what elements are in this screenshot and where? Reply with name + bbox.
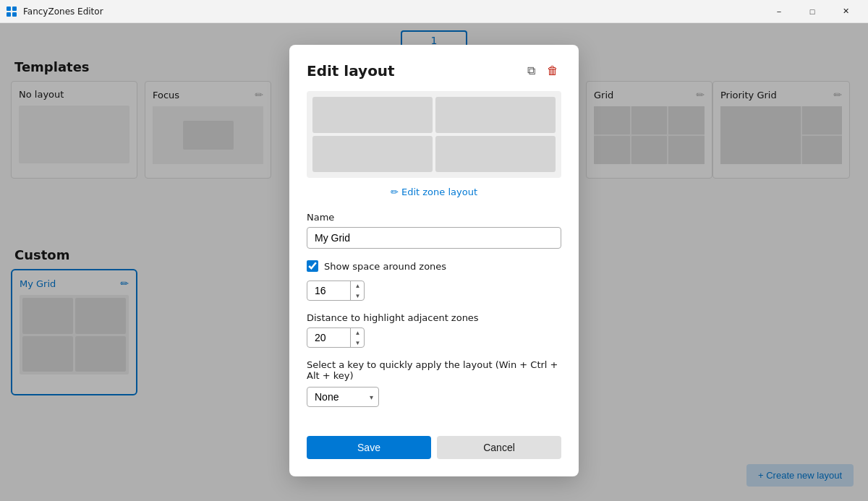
svg-rect-1 — [12, 7, 17, 11]
close-button[interactable]: ✕ — [829, 0, 862, 23]
space-increment-button[interactable]: ▲ — [351, 281, 365, 291]
space-spinner-buttons: ▲ ▼ — [350, 281, 365, 301]
maximize-button[interactable]: □ — [796, 0, 829, 23]
space-value-spinner-wrap: ▲ ▼ — [307, 281, 365, 301]
copy-layout-button[interactable]: ⧉ — [524, 63, 538, 79]
space-decrement-button[interactable]: ▼ — [351, 291, 365, 301]
titlebar-controls: − □ ✕ — [762, 0, 862, 23]
delete-layout-button[interactable]: 🗑 — [544, 63, 561, 79]
app-title: FancyZones Editor — [23, 7, 103, 17]
titlebar: FancyZones Editor − □ ✕ — [0, 0, 868, 23]
dialog-layout-preview — [307, 91, 561, 178]
show-space-checkbox[interactable] — [307, 260, 318, 272]
modal-overlay: Edit layout ⧉ 🗑 ✏ Edit zone layout Name — [0, 23, 868, 501]
dialog-icon-group: ⧉ 🗑 — [524, 63, 561, 79]
name-field-label: Name — [307, 212, 561, 223]
hotkey-select[interactable]: None 0 1 2 — [307, 387, 379, 407]
preview-cell — [435, 97, 556, 133]
dialog-footer: Save Cancel — [307, 436, 561, 459]
titlebar-left: FancyZones Editor — [6, 6, 103, 17]
edit-zone-layout-link[interactable]: ✏ Edit zone layout — [307, 187, 561, 197]
name-input[interactable] — [307, 227, 561, 249]
show-space-label: Show space around zones — [324, 261, 446, 272]
distance-decrement-button[interactable]: ▼ — [351, 338, 365, 348]
preview-cell — [312, 97, 433, 133]
distance-spinner-buttons: ▲ ▼ — [350, 327, 365, 348]
preview-cell — [312, 136, 433, 172]
svg-rect-0 — [7, 7, 11, 11]
dialog-title-text: Edit layout — [307, 62, 395, 80]
svg-rect-2 — [7, 12, 11, 17]
app-icon — [6, 6, 17, 17]
minimize-button[interactable]: − — [762, 0, 796, 23]
distance-value-spinner-wrap: ▲ ▼ — [307, 327, 365, 348]
hotkey-select-wrap: None 0 1 2 ▾ — [307, 387, 379, 407]
distance-field-label: Distance to highlight adjacent zones — [307, 312, 561, 323]
save-button[interactable]: Save — [307, 436, 431, 459]
main-content: 1 Templates No layout Focus ✏ Grid ✏ — [0, 23, 868, 501]
cancel-button[interactable]: Cancel — [437, 436, 561, 459]
dialog-title-bar: Edit layout ⧉ 🗑 — [307, 62, 561, 80]
show-space-checkbox-row: Show space around zones — [307, 260, 561, 272]
edit-layout-dialog: Edit layout ⧉ 🗑 ✏ Edit zone layout Name — [289, 45, 579, 476]
distance-increment-button[interactable]: ▲ — [351, 327, 365, 338]
hotkey-field-label: Select a key to quickly apply the layout… — [307, 359, 561, 381]
preview-cell — [435, 136, 556, 172]
svg-rect-3 — [12, 12, 17, 17]
